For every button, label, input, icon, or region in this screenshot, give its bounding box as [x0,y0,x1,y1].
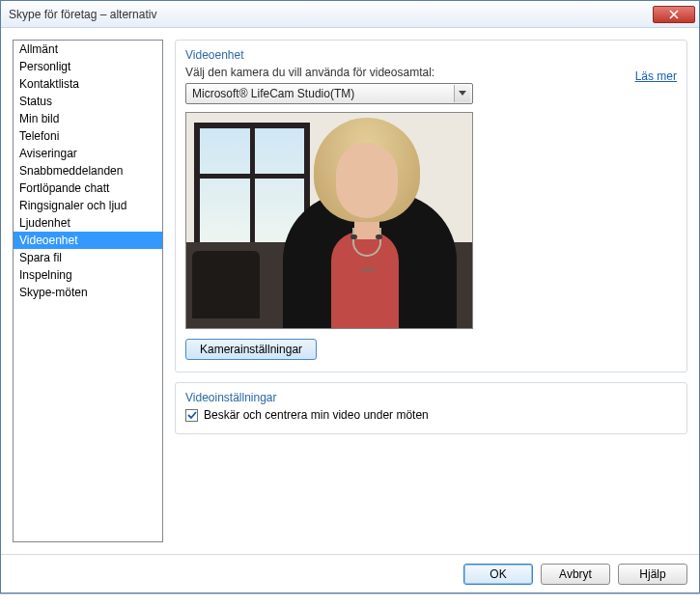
sidebar-item[interactable]: Ljudenhet [14,214,162,232]
sidebar-item[interactable]: Spara fil [14,249,162,266]
cancel-label: Avbryt [559,567,592,581]
video-device-title: Videoenhet [185,48,677,62]
crop-center-row: Beskär och centrera min video under möte… [185,408,677,422]
ok-label: OK [490,567,506,581]
titlebar: Skype för företag – alternativ [1,1,699,28]
camera-select-value: Microsoft® LifeCam Studio(TM) [192,87,454,100]
learn-more-link[interactable]: Läs mer [635,69,677,83]
dialog-footer: OK Avbryt Hjälp [1,554,699,593]
video-device-group: Videoenhet Välj den kamera du vill använ… [175,40,687,372]
help-button[interactable]: Hjälp [618,564,687,585]
help-label: Hjälp [639,567,665,581]
sidebar-item[interactable]: Min bild [14,110,162,127]
camera-preview [185,112,473,329]
crop-center-label: Beskär och centrera min video under möte… [204,408,429,422]
sidebar-item[interactable]: Fortlöpande chatt [14,179,162,197]
camera-settings-button[interactable]: Kamerainställningar [185,339,317,360]
sidebar-item[interactable]: Skype-möten [14,284,162,301]
sidebar-item[interactable]: Personligt [14,58,162,75]
crop-center-checkbox[interactable] [185,409,198,422]
sidebar-item[interactable]: Allmänt [14,41,162,58]
camera-select[interactable]: Microsoft® LifeCam Studio(TM) [185,83,473,104]
video-settings-group: Videoinställningar Beskär och centrera m… [175,382,687,434]
camera-settings-label: Kamerainställningar [200,343,302,356]
close-button[interactable] [653,6,695,23]
sidebar-item[interactable]: Status [14,93,162,110]
dropdown-button[interactable] [454,85,470,102]
sidebar-item[interactable]: Ringsignaler och ljud [14,197,162,214]
cancel-button[interactable]: Avbryt [541,564,610,585]
sidebar-item[interactable]: Telefoni [14,127,162,145]
main-panel: Videoenhet Välj den kamera du vill använ… [175,40,687,542]
sidebar-item[interactable]: Snabbmeddelanden [14,162,162,179]
background-strip [0,593,700,607]
category-list[interactable]: AllmäntPersonligtKontaktlistaStatusMin b… [13,40,163,542]
video-settings-title: Videoinställningar [185,391,677,404]
ok-button[interactable]: OK [463,564,533,585]
checkmark-icon [187,410,197,420]
close-icon [669,10,679,19]
sidebar-item[interactable]: Aviseringar [14,145,162,162]
options-dialog: Skype för företag – alternativ AllmäntPe… [0,0,700,593]
window-title: Skype för företag – alternativ [9,8,653,21]
content-area: AllmäntPersonligtKontaktlistaStatusMin b… [1,28,699,554]
chevron-down-icon [459,91,466,97]
sidebar-item[interactable]: Inspelning [14,266,162,284]
camera-instruction: Välj den kamera du vill använda för vide… [185,66,434,79]
sidebar-item[interactable]: Kontaktlista [14,75,162,93]
instruction-row: Välj den kamera du vill använda för vide… [185,66,677,83]
sidebar-item[interactable]: Videoenhet [14,232,162,249]
